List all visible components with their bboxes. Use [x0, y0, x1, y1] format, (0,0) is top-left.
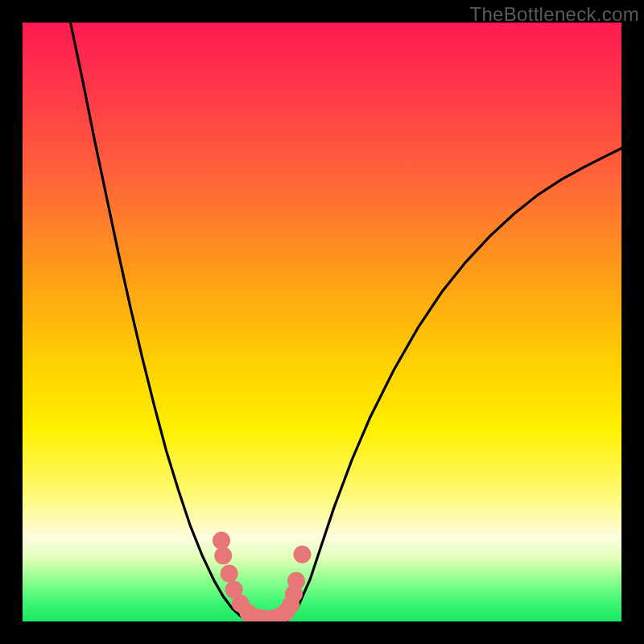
chart-gradient-background [23, 23, 621, 621]
chart-frame [23, 23, 621, 621]
